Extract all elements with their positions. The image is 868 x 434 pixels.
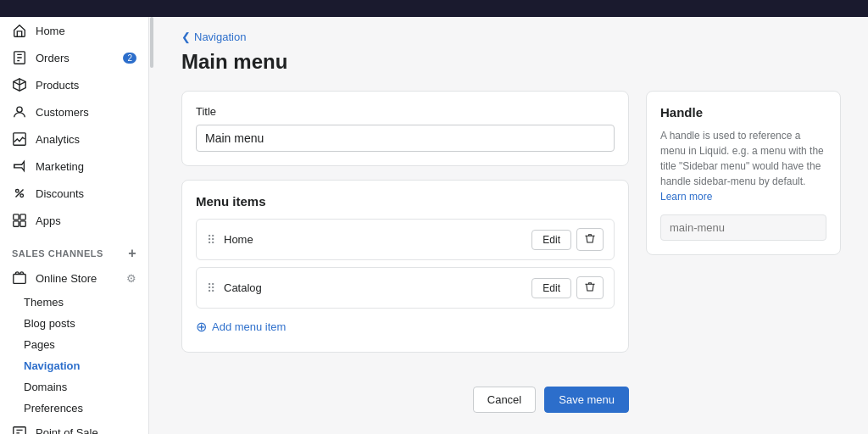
drag-handle-catalog[interactable]: ⠿ [207,281,215,295]
menu-items-title: Menu items [196,194,615,209]
sidebar-item-analytics-label: Analytics [36,133,80,146]
handle-card: Handle A handle is used to reference a m… [646,91,841,255]
title-field-label: Title [196,105,615,118]
edit-catalog-button[interactable]: Edit [531,278,571,298]
sidebar-item-products[interactable]: Products [0,71,148,98]
add-menu-item-icon: ⊕ [196,319,207,335]
pos-icon [12,425,27,434]
svg-rect-9 [20,221,25,226]
sidebar-item-orders[interactable]: Orders 2 [0,44,148,71]
home-icon [12,23,27,38]
sidebar-item-pages[interactable]: Pages [0,334,148,355]
drag-handle-home[interactable]: ⠿ [207,233,215,247]
sidebar-item-discounts[interactable]: Discounts [0,180,148,207]
sidebar-item-marketing[interactable]: Marketing [0,153,148,180]
sidebar-item-online-store[interactable]: Online Store ⚙ [0,264,148,292]
svg-rect-6 [14,214,19,220]
sidebar-item-analytics[interactable]: Analytics [0,125,148,153]
online-store-label: Online Store [36,272,126,285]
orders-icon [12,50,27,65]
delete-home-button[interactable] [576,228,604,251]
sales-channels-section: SALES CHANNELS + [0,234,148,264]
online-store-subnav: Themes Blog posts Pages Navigation Domai… [0,292,148,419]
customers-icon [12,104,27,120]
right-column: Handle A handle is used to reference a m… [646,91,841,255]
svg-point-4 [16,190,19,193]
trash-icon-catalog [584,281,596,292]
breadcrumb[interactable]: ❮ Navigation [181,31,841,43]
products-icon [12,77,27,92]
apps-icon [12,213,27,228]
sidebar-item-preferences[interactable]: Preferences [0,398,148,419]
discounts-icon [12,186,27,201]
menu-item-row: ⠿ Home Edit [196,219,615,260]
marketing-icon [12,159,27,174]
title-card: Title [181,91,629,166]
content-area: Title Menu items ⠿ Home Edit [181,91,841,413]
main-content: ❮ Navigation Main menu Title Menu items … [154,0,868,434]
sidebar-item-home-label: Home [36,25,65,37]
add-menu-item-label: Add menu item [212,320,286,333]
sidebar-item-pos-label: Point of Sale [36,426,98,435]
add-sales-channel-button[interactable]: + [128,246,136,261]
breadcrumb-chevron: ❮ [181,31,191,43]
online-store-icon [12,270,27,286]
handle-title: Handle [660,105,826,120]
left-column: Title Menu items ⠿ Home Edit [181,91,629,413]
handle-input[interactable] [660,214,826,241]
menu-item-catalog-row: ⠿ Catalog Edit [196,267,615,309]
sidebar-item-apps-label: Apps [36,214,61,227]
save-menu-button[interactable]: Save menu [544,387,629,413]
sidebar-item-products-label: Products [36,79,79,92]
sidebar-item-orders-label: Orders [36,52,70,64]
delete-catalog-button[interactable] [576,276,604,299]
page-title: Main menu [181,50,841,74]
edit-home-button[interactable]: Edit [531,230,571,250]
svg-rect-3 [14,133,25,145]
svg-point-2 [17,107,22,112]
sidebar-item-apps[interactable]: Apps [0,207,148,234]
top-bar [0,0,868,17]
sidebar-item-customers-label: Customers [36,106,89,119]
title-input[interactable] [196,125,615,152]
sidebar: Home Orders 2 Products Customers [0,0,149,434]
menu-items-card: Menu items ⠿ Home Edit [181,180,629,353]
analytics-icon [12,131,27,147]
svg-rect-8 [14,221,19,226]
sidebar-item-pos[interactable]: Point of Sale [0,419,148,434]
breadcrumb-label: Navigation [194,31,246,43]
footer-actions: Cancel Save menu [181,387,629,413]
sidebar-item-navigation[interactable]: Navigation [0,355,148,376]
sidebar-item-home[interactable]: Home [0,17,148,44]
svg-point-5 [20,194,24,198]
orders-badge: 2 [123,53,136,64]
svg-rect-10 [14,275,25,284]
cancel-button[interactable]: Cancel [473,387,536,413]
sidebar-item-customers[interactable]: Customers [0,98,148,125]
trash-icon [584,232,596,244]
sidebar-item-themes[interactable]: Themes [0,292,148,313]
menu-item-home-label: Home [224,233,531,246]
sidebar-item-domains[interactable]: Domains [0,376,148,398]
handle-description: A handle is used to reference a menu in … [660,128,826,204]
sidebar-item-blog-posts[interactable]: Blog posts [0,313,148,334]
menu-item-catalog-label: Catalog [224,281,531,294]
add-menu-item-button[interactable]: ⊕ Add menu item [196,315,615,338]
learn-more-link[interactable]: Learn more [660,191,712,203]
svg-rect-7 [20,214,25,220]
sidebar-item-discounts-label: Discounts [36,187,84,200]
online-store-settings-icon[interactable]: ⚙ [126,272,136,285]
sidebar-item-marketing-label: Marketing [36,160,84,173]
